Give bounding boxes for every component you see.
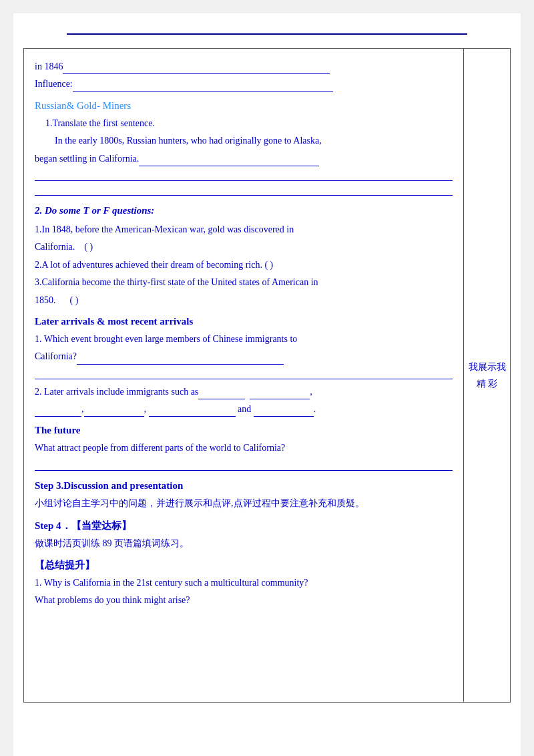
q1b-text: California?	[35, 349, 453, 364]
step4-title: Step 4．【当堂达标】	[35, 518, 453, 534]
task1-text2: began settling in California.	[35, 152, 453, 166]
main-content: in 1846 Influence: Russian& Gold- Miners…	[23, 48, 464, 703]
future-question: What attract people from different parts…	[35, 441, 453, 455]
influence-line: Influence:	[35, 77, 453, 91]
blank-line-2	[35, 185, 453, 196]
tf-section-title: 2. Do some T or F questions:	[35, 202, 453, 218]
sidebar-text: 我展示我 精 彩	[469, 359, 506, 392]
blank-line-3	[35, 369, 453, 379]
tf1-text: 1.In 1848, before the American-Mexican w…	[35, 222, 453, 237]
step3-title: Step 3.Discussion and presentation	[35, 478, 453, 494]
blank-line-1	[35, 170, 453, 181]
task1-text: In the early 1800s, Russian hunters, who…	[35, 134, 453, 148]
russian-gold-miners-title: Russian& Gold- Miners	[35, 98, 453, 114]
future-title: The future	[35, 422, 453, 438]
q2-text: 2. Later arrivals include immigrants suc…	[35, 385, 453, 399]
sidebar: 我展示我 精 彩	[464, 48, 511, 703]
task1-label: 1.Translate the first sentence.	[35, 116, 453, 131]
step3-text: 小组讨论自主学习中的问题，并进行展示和点评,点评过程中要注意补充和质疑。	[35, 496, 453, 511]
summary-q1b: What problems do you think might arise?	[35, 593, 453, 608]
tf3-text: 3.California become the thirty-first sta…	[35, 275, 453, 290]
blank-line-4	[35, 460, 453, 471]
content-area: in 1846 Influence: Russian& Gold- Miners…	[23, 48, 511, 703]
q2-blanks: ,, and .	[35, 402, 453, 417]
tf3b-text: 1850. ( )	[35, 293, 453, 308]
summary-title: 【总结提升】	[35, 557, 453, 573]
top-divider	[67, 33, 467, 35]
q1-text: 1. Which event brought even large member…	[35, 332, 453, 347]
page-container: in 1846 Influence: Russian& Gold- Miners…	[13, 13, 521, 756]
tf1b-text: California. ( )	[35, 240, 453, 254]
tf2-text: 2.A lot of adventures achieved their dre…	[35, 258, 453, 272]
summary-q1: 1. Why is California in the 21st century…	[35, 576, 453, 590]
in-1846-line: in 1846	[35, 59, 453, 74]
later-arrivals-title: Later arrivals & most recent arrivals	[35, 313, 453, 329]
step4-text: 做课时活页训练 89 页语篇填词练习。	[35, 536, 453, 551]
